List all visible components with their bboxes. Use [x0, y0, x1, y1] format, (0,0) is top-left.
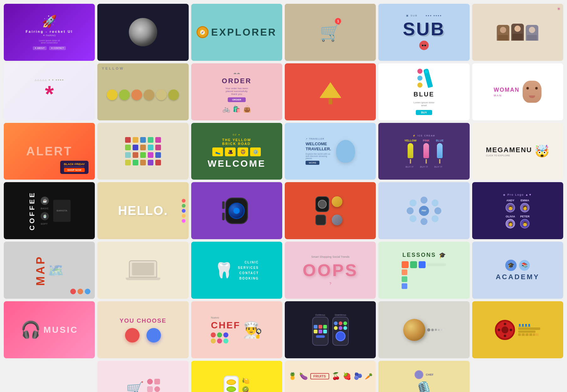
card-watches-orange[interactable]	[285, 182, 376, 239]
card-academy[interactable]: 🎓 📚 ACADEMY	[472, 242, 563, 299]
card-grid: 🚀 Fairing - rocket UI ✦ FAIRING Lorem ip…	[0, 0, 567, 392]
fruits-phone-visual	[224, 376, 239, 392]
card-moon[interactable]	[97, 4, 188, 61]
card-title: EXPLORER	[211, 26, 277, 38]
card-planet[interactable]	[378, 301, 469, 358]
card-laptop[interactable]	[97, 242, 188, 299]
card-blue-marker[interactable]: BLUE Lorem ipsum dolor amet BUY	[378, 63, 469, 120]
coffee-text: COFFEE	[28, 191, 36, 230]
compass-icon: 🧭	[197, 26, 209, 38]
card-film-reel[interactable]: 👤👤👤👤	[472, 301, 563, 358]
order-button[interactable]: ORDER	[228, 97, 246, 102]
surprised-person: 🤯	[535, 144, 549, 158]
face-visual	[523, 81, 541, 103]
avatar-2	[511, 24, 524, 41]
pink-cart-icon: 🛒	[126, 381, 144, 392]
card-smartwatch[interactable]	[191, 182, 282, 239]
card-hello[interactable]: HELLO.	[97, 182, 188, 239]
blue-marker-visual	[423, 68, 433, 88]
card-traveller[interactable]: ↗ TRAVELLER WELCOMETRAVELLER. Explore th…	[285, 123, 376, 180]
card-chef[interactable]: Nuevo CHEF	[191, 301, 282, 358]
woman-title: WOMAN	[494, 87, 519, 93]
rocket-icon: 🚀	[42, 14, 57, 28]
alert-text: ALERT	[26, 145, 72, 158]
card-payments[interactable]: PAY	[378, 182, 469, 239]
more-button[interactable]: MORE	[306, 161, 319, 165]
card-people[interactable]: ◈ Pro Logo ▲▼ ANDY 👨 EMMA 👩 OLIVIA 👩	[472, 182, 563, 239]
reel-visual	[495, 320, 515, 340]
card-fruits-phone[interactable]: 🍋 🥝 🍊	[191, 361, 282, 392]
watch-visual	[225, 198, 248, 224]
card-coffee[interactable]: COFFEE ☕ BASIC 🍵 SOFT BARISTA	[4, 182, 95, 239]
card-sub[interactable]: ▣ SUB ●●● ●●●● SUB 🕶️	[378, 4, 469, 61]
megamenu-title: MEGAMENU	[486, 146, 532, 154]
traveller-title: WELCOMETRAVELLER.	[306, 141, 331, 151]
card-explorer[interactable]: 🧭 EXPLORER	[191, 4, 282, 61]
microphone-icon: 🎙️	[414, 381, 434, 392]
headphones-icon: 🎧	[20, 320, 41, 339]
hello-text: HELLO.	[118, 204, 168, 218]
fruits-badge: FRUITS	[310, 373, 329, 379]
laptop-visual	[126, 260, 160, 280]
card-order[interactable]: ☁☁ ORDER Your order has been placed succ…	[191, 63, 282, 120]
lessons-title: LESSONS	[402, 252, 436, 258]
card-macarons[interactable]: YELLOW	[97, 63, 188, 120]
chef-figure: 👨‍🍳	[243, 321, 262, 339]
music-text: MUSIC	[43, 325, 78, 335]
card-map[interactable]: MAP 🗺️	[4, 242, 95, 299]
card-tree[interactable]	[285, 63, 376, 120]
card-microphone[interactable]: CHEF 🎙️	[378, 361, 469, 392]
avatar-1	[497, 25, 509, 41]
card-oops[interactable]: Smart Shopping Social Trends OOPS ?	[285, 242, 376, 299]
card-asterisk[interactable]: △△△△△ ● ● ●●●● *	[4, 63, 95, 120]
promo-badge: BLACK FRIDAY ───────────── SHOP NOW	[60, 161, 89, 174]
card-pink-cart[interactable]: 🛒	[97, 361, 188, 392]
card-oz-welcome[interactable]: OZ ✦ THE YELLOWBRICK ROAD 🥿 🎩 🦁 ⚙️ WELCO…	[191, 123, 282, 180]
card-fairing[interactable]: 🚀 Fairing - rocket UI ✦ FAIRING Lorem ip…	[4, 4, 95, 61]
cart-icon: 🛒	[320, 22, 341, 42]
map-text: MAP	[34, 255, 47, 286]
card-icecream[interactable]: ⚡ ICE CREAM YELLOW PINK BLUE	[378, 123, 469, 180]
travel-shape	[336, 140, 355, 163]
planet-visual	[403, 319, 425, 341]
yellow-text: YELLOW	[102, 66, 124, 70]
academy-title: ACADEMY	[496, 273, 540, 281]
phone-1: DivMenus	[312, 314, 329, 346]
oops-text: OOPS	[303, 260, 358, 280]
card-music[interactable]: 🎧 MUSIC	[4, 301, 95, 358]
blue-label: BLUE	[414, 91, 434, 98]
card-reception[interactable]: ✳	[472, 4, 563, 61]
card-dots[interactable]	[97, 123, 188, 180]
card-lessons[interactable]: LESSONS 🎓	[378, 242, 469, 299]
card-alert[interactable]: ALERT BLACK FRIDAY ───────────── SHOP NO…	[4, 123, 95, 180]
card-woman[interactable]: WOMAN MAN	[472, 63, 563, 120]
asterisk-symbol: *	[45, 83, 54, 105]
card-title: Fairing - rocket UI	[26, 30, 73, 33]
tooth-visual: 🦷	[215, 262, 233, 279]
chef-title: CHEF	[211, 320, 240, 331]
card-dental[interactable]: 🦷 CLINIC SERVICES CONTACT BOOKING	[191, 242, 282, 299]
you-choose-text: YOU CHOOSE	[120, 317, 167, 324]
order-title: ORDER	[222, 77, 251, 85]
card-megamenu[interactable]: MEGAMENU CLICK TO EXPLORE 🤯	[472, 123, 563, 180]
buy-button[interactable]: BUY	[416, 110, 432, 115]
tree-visual	[319, 79, 341, 104]
card-you-choose[interactable]: YOU CHOOSE	[97, 301, 188, 358]
welcome-text: WELCOME	[208, 158, 266, 169]
card-fruits-flat[interactable]: 🍍 🍆 FRUITS 🍒 🍓 🫐 🥕 🥦 🍎	[285, 361, 376, 392]
phone-2: SlideMenus	[332, 314, 349, 346]
card-phone-apps[interactable]: DivMenus SlideMenus	[285, 301, 376, 358]
avatar-3	[526, 25, 538, 41]
moon-visual	[129, 18, 157, 46]
card-shop[interactable]: 🛒 1	[285, 4, 376, 61]
sub-title: SUB	[403, 18, 445, 39]
